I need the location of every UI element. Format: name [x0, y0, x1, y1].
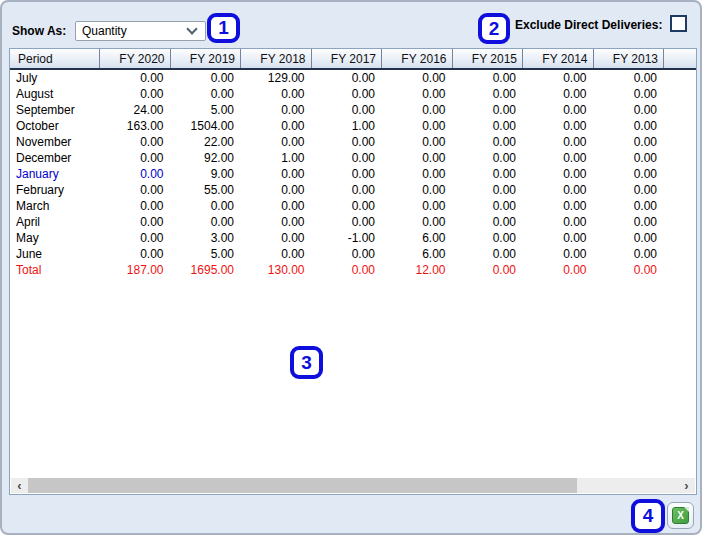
- table-row-march[interactable]: March0.000.000.000.000.000.000.000.00: [10, 198, 696, 214]
- period-cell: April: [10, 215, 100, 229]
- value-cell: 0.00: [453, 263, 524, 277]
- value-cell: 0.00: [100, 215, 171, 229]
- table-row-december[interactable]: December0.0092.001.000.000.000.000.000.0…: [10, 150, 696, 166]
- value-cell: -1.00: [312, 231, 383, 245]
- value-cell: 0.00: [523, 183, 594, 197]
- column-header-filler: [664, 49, 696, 68]
- value-cell: 0.00: [453, 231, 524, 245]
- value-cell: 0.00: [453, 135, 524, 149]
- period-cell: Total: [10, 263, 100, 277]
- value-cell: 0.00: [312, 247, 383, 261]
- annotation-marker-4: 4: [631, 499, 665, 533]
- annotation-marker-1: 1: [207, 13, 240, 43]
- scroll-left-button[interactable]: ‹: [11, 478, 28, 493]
- value-cell: 0.00: [312, 71, 383, 85]
- period-cell: October: [10, 119, 100, 133]
- value-cell: 0.00: [523, 215, 594, 229]
- period-cell: May: [10, 231, 100, 245]
- table-row-november[interactable]: November0.0022.000.000.000.000.000.000.0…: [10, 134, 696, 150]
- annotation-marker-3: 3: [290, 346, 323, 379]
- period-cell: August: [10, 87, 100, 101]
- value-cell: 0.00: [382, 119, 453, 133]
- column-header-fy-2017[interactable]: FY 2017: [312, 49, 383, 68]
- value-cell: 0.00: [241, 119, 312, 133]
- chevron-down-icon: [186, 23, 197, 34]
- table-row-may[interactable]: May0.003.000.00-1.006.000.000.000.00: [10, 230, 696, 246]
- value-cell: 0.00: [312, 199, 383, 213]
- value-cell: 0.00: [594, 231, 665, 245]
- column-header-fy-2018[interactable]: FY 2018: [241, 49, 312, 68]
- table-row-august[interactable]: August0.000.000.000.000.000.000.000.00: [10, 86, 696, 102]
- value-cell: 0.00: [241, 135, 312, 149]
- period-cell: September: [10, 103, 100, 117]
- column-header-fy-2019[interactable]: FY 2019: [171, 49, 242, 68]
- export-to-excel-button[interactable]: X: [667, 502, 694, 529]
- value-cell: 1504.00: [171, 119, 242, 133]
- value-cell: 0.00: [171, 87, 242, 101]
- value-cell: 6.00: [382, 231, 453, 245]
- table-row-april[interactable]: April0.000.000.000.000.000.000.000.00: [10, 214, 696, 230]
- value-cell: 0.00: [594, 87, 665, 101]
- value-cell: 0.00: [100, 151, 171, 165]
- table-row-total[interactable]: Total187.001695.00130.000.0012.000.000.0…: [10, 262, 696, 278]
- value-cell: 0.00: [453, 199, 524, 213]
- value-cell: 0.00: [312, 183, 383, 197]
- column-header-fy-2013[interactable]: FY 2013: [594, 49, 665, 68]
- table-row-september[interactable]: September24.005.000.000.000.000.000.000.…: [10, 102, 696, 118]
- value-cell: 0.00: [453, 71, 524, 85]
- value-cell: 0.00: [100, 135, 171, 149]
- show-as-dropdown[interactable]: Quantity: [75, 21, 206, 41]
- show-as-label: Show As:: [12, 24, 66, 38]
- value-cell: 0.00: [523, 71, 594, 85]
- value-cell: 0.00: [382, 199, 453, 213]
- show-as-selected-value: Quantity: [76, 24, 188, 38]
- period-cell: January: [10, 167, 100, 181]
- column-header-fy-2014[interactable]: FY 2014: [523, 49, 594, 68]
- table-row-february[interactable]: February0.0055.000.000.000.000.000.000.0…: [10, 182, 696, 198]
- value-cell: 0.00: [241, 199, 312, 213]
- value-cell: 55.00: [171, 183, 242, 197]
- scroll-right-button[interactable]: ›: [678, 478, 695, 493]
- value-cell: 0.00: [594, 71, 665, 85]
- table-row-october[interactable]: October163.001504.000.001.000.000.000.00…: [10, 118, 696, 134]
- column-header-fy-2016[interactable]: FY 2016: [382, 49, 453, 68]
- value-cell: 0.00: [382, 215, 453, 229]
- table-row-january[interactable]: January0.009.000.000.000.000.000.000.00: [10, 166, 696, 182]
- table-row-june[interactable]: June0.005.000.000.006.000.000.000.00: [10, 246, 696, 262]
- column-header-fy-2020[interactable]: FY 2020: [100, 49, 171, 68]
- value-cell: 0.00: [171, 199, 242, 213]
- value-cell: 0.00: [523, 135, 594, 149]
- value-cell: 0.00: [312, 215, 383, 229]
- value-cell: 0.00: [100, 87, 171, 101]
- value-cell: 0.00: [453, 167, 524, 181]
- value-cell: 0.00: [453, 151, 524, 165]
- folded-corner-icon: [684, 507, 689, 512]
- exclude-direct-deliveries-checkbox[interactable]: [670, 15, 687, 32]
- scrollbar-track[interactable]: [28, 478, 678, 493]
- value-cell: 0.00: [171, 71, 242, 85]
- excel-x-glyph: X: [677, 510, 684, 521]
- table-row-july[interactable]: July0.000.00129.000.000.000.000.000.00: [10, 70, 696, 86]
- value-cell: 0.00: [171, 215, 242, 229]
- value-cell: 0.00: [312, 167, 383, 181]
- value-cell: 0.00: [453, 119, 524, 133]
- period-cell: February: [10, 183, 100, 197]
- period-cell: November: [10, 135, 100, 149]
- column-header-fy-2015[interactable]: FY 2015: [453, 49, 524, 68]
- value-cell: 0.00: [453, 183, 524, 197]
- value-cell: 0.00: [241, 247, 312, 261]
- scrollbar-thumb[interactable]: [28, 478, 577, 493]
- period-cell: June: [10, 247, 100, 261]
- value-cell: 0.00: [312, 135, 383, 149]
- column-header-period[interactable]: Period: [10, 49, 100, 68]
- value-cell: 1695.00: [171, 263, 242, 277]
- value-cell: 187.00: [100, 263, 171, 277]
- grid-header-row: PeriodFY 2020FY 2019FY 2018FY 2017FY 201…: [10, 49, 696, 70]
- value-cell: 0.00: [382, 71, 453, 85]
- value-cell: 0.00: [382, 87, 453, 101]
- horizontal-scrollbar[interactable]: ‹ ›: [11, 478, 695, 493]
- value-cell: 0.00: [100, 71, 171, 85]
- value-cell: 0.00: [241, 103, 312, 117]
- value-cell: 22.00: [171, 135, 242, 149]
- value-cell: 0.00: [594, 199, 665, 213]
